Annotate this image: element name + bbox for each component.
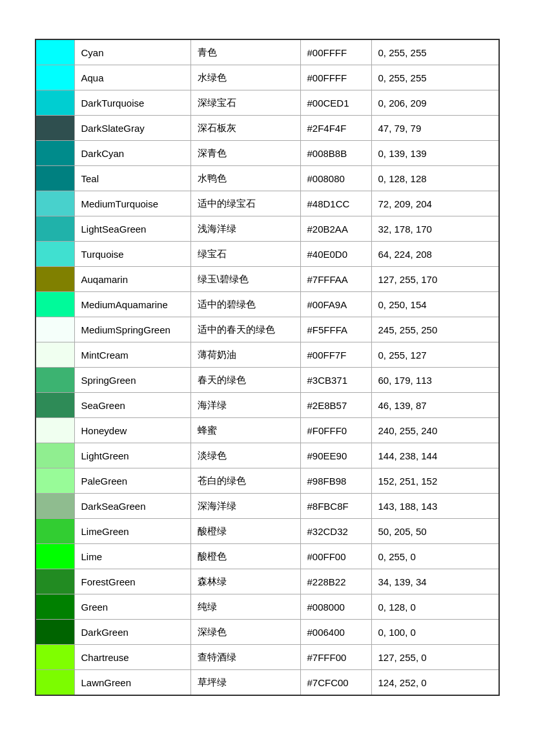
color-name: MediumTurquoise [75, 191, 191, 216]
color-name-chinese: 适中的碧绿色 [191, 292, 301, 317]
color-hex: #48D1CC [301, 191, 372, 216]
color-hex: #8FBC8F [301, 494, 372, 518]
color-swatch [36, 468, 75, 493]
color-hex: #2F4F4F [301, 116, 372, 140]
color-hex: #98FB98 [301, 468, 372, 493]
color-name-chinese: 蜂蜜 [191, 418, 301, 443]
color-hex: #7CFC00 [301, 670, 372, 695]
color-name: LightSeaGreen [75, 216, 191, 241]
table-row: DarkTurquoise深绿宝石#00CED10, 206, 209 [36, 90, 498, 116]
table-row: DarkSeaGreen深海洋绿#8FBC8F143, 188, 143 [36, 494, 498, 519]
color-rgb: 0, 128, 0 [372, 594, 498, 619]
table-row: Lime酸橙色#00FF000, 255, 0 [36, 544, 498, 569]
color-name-chinese: 深石板灰 [191, 116, 301, 140]
color-name-chinese: 绿宝石 [191, 242, 301, 266]
color-rgb: 0, 255, 0 [372, 544, 498, 569]
color-hex: #008B8B [301, 141, 372, 165]
color-name: DarkGreen [75, 620, 191, 644]
color-name-chinese: 酸橙色 [191, 544, 301, 569]
color-rgb: 0, 255, 127 [372, 342, 498, 367]
color-swatch [36, 342, 75, 367]
table-row: LightSeaGreen浅海洋绿#20B2AA32, 178, 170 [36, 216, 498, 242]
color-name: LimeGreen [75, 519, 191, 543]
color-hex: #2E8B57 [301, 393, 372, 417]
color-name: Turquoise [75, 242, 191, 266]
color-rgb: 50, 205, 50 [372, 519, 498, 543]
table-row: DarkGreen深绿色#0064000, 100, 0 [36, 620, 498, 645]
color-hex: #00FA9A [301, 292, 372, 317]
table-row: MediumTurquoise适中的绿宝石#48D1CC72, 209, 204 [36, 191, 498, 216]
color-rgb: 0, 128, 128 [372, 166, 498, 191]
color-rgb: 0, 255, 255 [372, 65, 498, 90]
color-hex: #F5FFFA [301, 317, 372, 342]
color-name-chinese: 海洋绿 [191, 393, 301, 417]
color-hex: #00FFFF [301, 40, 372, 65]
color-hex: #90EE90 [301, 443, 372, 468]
color-swatch [36, 191, 75, 216]
color-hex: #006400 [301, 620, 372, 644]
color-hex: #20B2AA [301, 216, 372, 241]
color-name: MediumSpringGreen [75, 317, 191, 342]
color-swatch [36, 242, 75, 266]
table-row: Cyan青色#00FFFF0, 255, 255 [36, 40, 498, 65]
color-rgb: 47, 79, 79 [372, 116, 498, 140]
color-name: MediumAquamarine [75, 292, 191, 317]
color-swatch [36, 393, 75, 417]
color-rgb: 0, 250, 154 [372, 292, 498, 317]
color-swatch [36, 594, 75, 619]
color-hex: #32CD32 [301, 519, 372, 543]
table-row: Auqamarin绿玉\碧绿色#7FFFAA127, 255, 170 [36, 267, 498, 292]
color-name: SeaGreen [75, 393, 191, 417]
color-name: Chartreuse [75, 645, 191, 669]
color-swatch [36, 40, 75, 65]
color-rgb: 127, 255, 0 [372, 645, 498, 669]
color-swatch [36, 443, 75, 468]
color-name: Cyan [75, 40, 191, 65]
color-name: DarkTurquoise [75, 90, 191, 115]
color-swatch [36, 65, 75, 90]
color-name: Aqua [75, 65, 191, 90]
color-rgb: 127, 255, 170 [372, 267, 498, 291]
color-name-chinese: 淡绿色 [191, 443, 301, 468]
color-hex: #008000 [301, 594, 372, 619]
table-row: Chartreuse查特酒绿#7FFF00127, 255, 0 [36, 645, 498, 670]
color-name: ForestGreen [75, 569, 191, 594]
table-row: LightGreen淡绿色#90EE90144, 238, 144 [36, 443, 498, 468]
color-hex: #00CED1 [301, 90, 372, 115]
table-row: MintCream薄荷奶油#00FF7F0, 255, 127 [36, 342, 498, 368]
color-hex: #40E0D0 [301, 242, 372, 266]
color-rgb: 72, 209, 204 [372, 191, 498, 216]
color-rgb: 34, 139, 34 [372, 569, 498, 594]
color-name-chinese: 深绿色 [191, 620, 301, 644]
color-rgb: 60, 179, 113 [372, 368, 498, 392]
table-row: ForestGreen森林绿#228B2234, 139, 34 [36, 569, 498, 594]
color-name-chinese: 绿玉\碧绿色 [191, 267, 301, 291]
color-swatch [36, 645, 75, 669]
color-name-chinese: 纯绿 [191, 594, 301, 619]
table-row: DarkCyan深青色#008B8B0, 139, 139 [36, 141, 498, 166]
color-name-chinese: 深绿宝石 [191, 90, 301, 115]
color-table: Cyan青色#00FFFF0, 255, 255Aqua水绿色#00FFFF0,… [35, 39, 500, 696]
table-row: SeaGreen海洋绿#2E8B5746, 139, 87 [36, 393, 498, 418]
color-name-chinese: 适中的春天的绿色 [191, 317, 301, 342]
table-row: Aqua水绿色#00FFFF0, 255, 255 [36, 65, 498, 90]
color-name-chinese: 苍白的绿色 [191, 468, 301, 493]
color-rgb: 0, 206, 209 [372, 90, 498, 115]
table-row: MediumSpringGreen适中的春天的绿色#F5FFFA245, 255… [36, 317, 498, 342]
color-name-chinese: 森林绿 [191, 569, 301, 594]
table-row: MediumAquamarine适中的碧绿色#00FA9A0, 250, 154 [36, 292, 498, 317]
color-name-chinese: 浅海洋绿 [191, 216, 301, 241]
color-swatch [36, 292, 75, 317]
color-name: LightGreen [75, 443, 191, 468]
color-rgb: 240, 255, 240 [372, 418, 498, 443]
color-hex: #008080 [301, 166, 372, 191]
color-rgb: 143, 188, 143 [372, 494, 498, 518]
color-swatch [36, 116, 75, 140]
table-row: Turquoise绿宝石#40E0D064, 224, 208 [36, 242, 498, 267]
color-swatch [36, 519, 75, 543]
color-swatch [36, 620, 75, 644]
color-name-chinese: 水鸭色 [191, 166, 301, 191]
color-hex: #3CB371 [301, 368, 372, 392]
color-name-chinese: 青色 [191, 40, 301, 65]
color-name-chinese: 水绿色 [191, 65, 301, 90]
